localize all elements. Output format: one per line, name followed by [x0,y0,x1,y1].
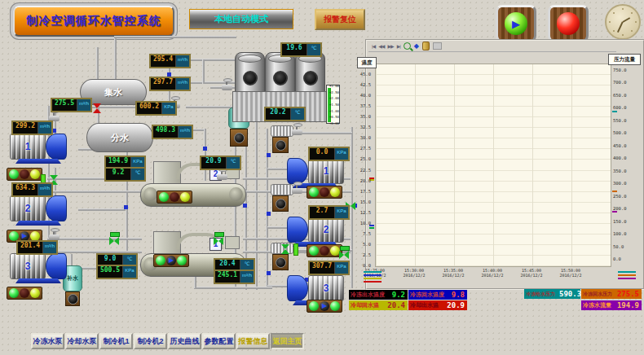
nav-chilled-pumps[interactable]: 冷冻水泵 [31,333,64,349]
pan-icon[interactable]: ◆ [414,43,419,50]
chilled-pump-1[interactable]: 1 [10,134,67,160]
manual-valve-icon[interactable] [292,188,302,194]
gauge-tick: +1.50 [329,103,339,107]
nav-alarm-info[interactable]: 报警信息 [236,333,270,349]
value-label-pump-r3-pressure: 307.7KPa [308,261,350,275]
status-chw-flow: 冷冻水流量194.9 [581,300,642,310]
pipe-node [124,205,128,209]
hmi-screen: 制冷空调循环水智控系统 本地自动模式 报警复位 ▶ 集水 分水 加药 补水 +3… [0,0,644,355]
pump-motor: 3 [10,253,46,279]
nav-history-curve[interactable]: 历史曲线 [168,333,201,349]
pump-volute [287,217,308,243]
chilled-pump-2[interactable]: 2 [10,195,67,221]
gauge-tick: +3.00 [329,84,339,88]
pump-volute [287,158,308,184]
value-label-supply-flow-2: 297.7m³/h [149,77,191,91]
y-right-tick: 450.0 [613,143,627,148]
stop-icon [557,12,580,35]
nav-chiller-1[interactable]: 制冷机1 [99,333,133,349]
y-right-tick: 650.0 [613,93,627,98]
y-right-tick: 250.0 [613,194,627,199]
step-forward-icon[interactable]: ▶▶ [387,44,393,49]
dosing-fan-icon [230,129,248,147]
step-back-icon[interactable]: ◀◀ [378,44,384,49]
makeup-fan-icon [65,291,80,306]
manual-valve-icon[interactable] [292,129,302,135]
legend-left [364,270,382,284]
status-label: 冷冻回水压力 [581,289,614,299]
green-valve-icon[interactable] [109,237,119,245]
zoom-icon[interactable] [404,42,411,50]
distributor-tank: 分水 [86,123,153,152]
cooling-tower-1[interactable] [235,52,265,94]
status-lights-cooling-pump-3: ▶ [307,300,342,313]
gauge-tick: +0.50 [329,115,339,119]
lamp-green-icon [9,169,19,179]
status-value: 9.2 [386,290,408,300]
valve-cap-icon [340,246,350,251]
print-icon[interactable] [433,42,442,50]
pipe [194,287,272,289]
lamp-off-icon [20,169,29,179]
cooling-pump-2[interactable]: 2 [287,217,344,243]
cooling-pump-1[interactable]: 1 [287,158,344,184]
stop-button[interactable] [548,5,589,42]
cooling-tower-2[interactable] [265,52,295,94]
x-tick-date: 2016/12/2 [474,273,510,278]
lamp-green-icon [159,192,169,202]
status-lights-chiller-1: ▶ [153,254,189,267]
status-value: 9.8 [446,290,467,300]
trend-plot[interactable] [375,64,611,267]
nav-cooling-pumps[interactable]: 冷却水泵 [65,333,99,349]
nav-parameter-config[interactable]: 参数配置 [202,333,236,349]
value-label-supply-flow-1: 295.4m³/h [149,54,191,68]
status-lights-chiller-2 [157,191,192,204]
green-valve-icon[interactable] [214,237,223,245]
value-label-chiller2-chw-temp: 9.2℃ [104,167,146,182]
green-valve-icon[interactable] [339,251,349,259]
y-left-tick: 30.0 [360,135,371,140]
pipe [202,59,205,84]
manual-valve-icon[interactable] [49,234,60,240]
gauge-tick: +0.00 [329,121,339,125]
red-valve-icon[interactable] [93,103,101,113]
pump-volute [46,253,67,279]
legend-line [618,271,636,273]
y-left-tick: 22.5 [360,168,371,173]
pump-motor: 1 [308,158,344,184]
x-tick-date: 2016/12/2 [396,273,432,278]
status-chw-supply-pressure: 冷冻给水压力590.3 [524,289,580,299]
status-value: 20.4 [381,300,408,310]
data-log-icon[interactable] [422,42,430,50]
gauge-tick: +2.50 [329,90,339,94]
cooling-tower-3[interactable] [295,52,325,94]
cooling-pump-3[interactable]: 3 [287,275,344,301]
pipe [186,106,235,108]
fast-forward-icon[interactable]: ▶| [397,44,400,49]
valve-cap-icon [214,232,224,237]
alarm-reset-button[interactable]: 报警复位 [315,9,365,30]
chilled-pump-3[interactable]: 3 [10,253,67,279]
y-left-tick: 45.0 [360,72,371,77]
rewind-icon[interactable]: |◀ [372,44,375,49]
mode-display[interactable]: 本地自动模式 [189,9,293,29]
green-valve-icon[interactable] [281,244,289,254]
y-left-tick: 40.0 [360,93,371,98]
lamp-lime-icon [180,192,190,202]
manual-valve-icon[interactable] [217,174,227,180]
y-left-tick: 15.0 [360,199,371,204]
value-label-chiller1-flow: 245.1m³/h [214,270,255,284]
pipe [114,36,117,81]
start-button[interactable]: ▶ [496,5,536,42]
x-tick: 15:50:002016/12/2 [553,268,589,278]
lamp-off-icon [320,246,329,256]
y-right-tick: 100.0 [613,231,627,236]
value-label-pump-l3-flow: 201.4m³/h [16,240,58,255]
manual-valve-icon[interactable] [222,85,232,90]
drain-circle-icon [272,137,289,153]
legend-line [364,278,382,279]
nav-return-home[interactable]: 返回主页 [271,333,304,349]
y-right-tick: 550.0 [613,118,627,123]
nav-chiller-2[interactable]: 制冷机2 [134,333,167,349]
level-scale: +3.00+2.50+2.00+1.50+1.00+0.50+0.00 [332,85,339,123]
